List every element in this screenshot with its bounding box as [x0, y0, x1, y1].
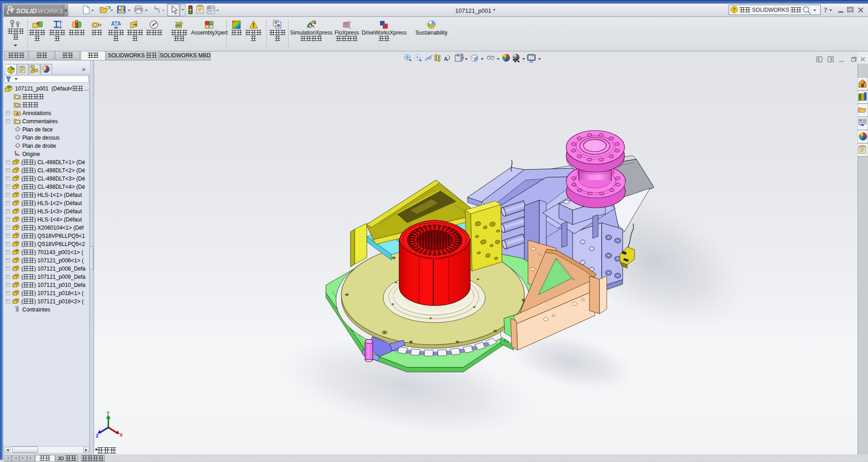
svg-text:?: ? [278, 24, 280, 27]
svg-text:X: X [120, 432, 123, 438]
svg-text:WORKS: WORKS [37, 7, 63, 15]
svg-text:Z: Z [96, 433, 99, 438]
svg-text:A: A [16, 111, 19, 116]
svg-text:?: ? [733, 7, 736, 12]
svg-text:?: ? [824, 6, 827, 14]
svg-text:SOLID: SOLID [16, 7, 37, 15]
svg-text:»: » [82, 65, 86, 73]
svg-text:Y: Y [107, 411, 110, 416]
